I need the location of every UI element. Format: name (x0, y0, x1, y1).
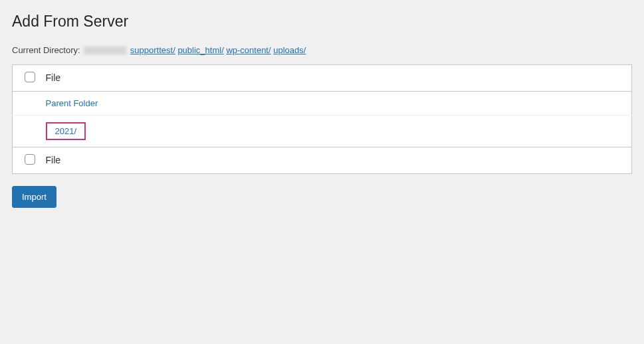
breadcrumb-segment-3[interactable]: uploads/ (273, 45, 306, 55)
page-title: Add From Server (12, 12, 632, 32)
select-all-checkbox-bottom[interactable] (25, 154, 35, 165)
breadcrumb-segment-1[interactable]: public_html/ (177, 45, 223, 55)
current-directory: Current Directory: supporttest/ public_h… (12, 45, 632, 55)
import-button[interactable]: Import (12, 186, 56, 209)
folder-link-2021[interactable]: 2021/ (46, 122, 86, 140)
breadcrumb-segment-2[interactable]: wp-content/ (226, 45, 270, 55)
breadcrumb-segment-0[interactable]: supporttest/ (130, 45, 175, 55)
directory-redacted (84, 46, 126, 54)
file-table: File Parent Folder 2021/ File (12, 64, 632, 174)
table-row: Parent Folder (13, 91, 632, 115)
table-row: 2021/ (13, 115, 632, 147)
parent-folder-link[interactable]: Parent Folder (46, 98, 98, 108)
table-header-row: File (13, 64, 632, 91)
file-column-header: File (39, 64, 632, 91)
select-all-checkbox-top[interactable] (25, 72, 35, 82)
table-footer-row: File (13, 147, 632, 173)
file-column-footer: File (39, 147, 632, 173)
current-directory-label: Current Directory: (12, 45, 80, 55)
